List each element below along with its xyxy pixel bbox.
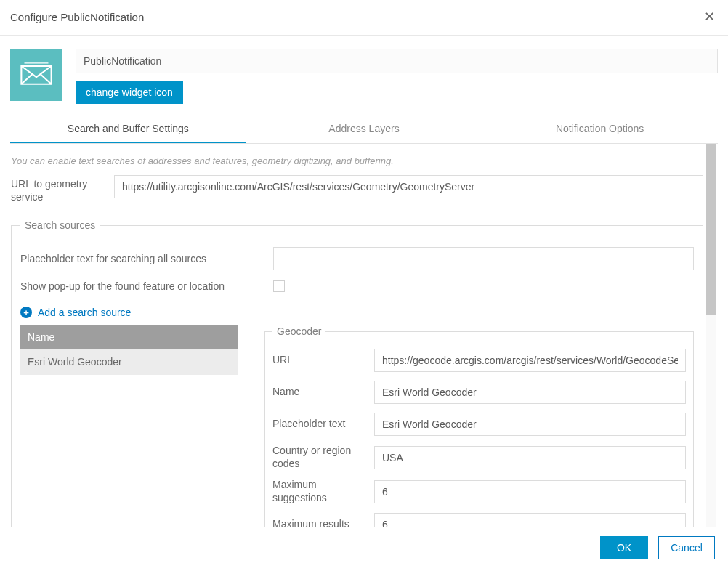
- search-sources-fieldset: Search sources Placeholder text for sear…: [11, 219, 703, 527]
- popup-row: Show pop-up for the found feature or loc…: [20, 280, 694, 292]
- geocoder-country-label: Country or region codes: [272, 445, 364, 470]
- tab-notification-options[interactable]: Notification Options: [482, 114, 718, 143]
- dialog-body: change widget icon Search and Buffer Set…: [0, 36, 728, 527]
- cancel-button[interactable]: Cancel: [658, 536, 715, 559]
- settings-content: You can enable text searches of addresse…: [10, 144, 718, 527]
- widget-header-row: change widget icon: [10, 49, 718, 104]
- source-panel: Name Esri World Geocoder Geocoder URL Na…: [20, 325, 694, 527]
- source-row-esri-world-geocoder[interactable]: Esri World Geocoder: [20, 349, 238, 375]
- geocoder-legend: Geocoder: [272, 325, 325, 337]
- widget-name-input[interactable]: [76, 49, 718, 73]
- placeholder-label: Placeholder text for searching all sourc…: [20, 253, 260, 264]
- plus-circle-icon: +: [20, 307, 32, 318]
- popup-label: Show pop-up for the found feature or loc…: [20, 280, 260, 292]
- geocoder-max-suggestions-row: Maximum suggestions: [272, 479, 686, 504]
- geocoder-max-results-label: Maximum results: [272, 518, 364, 527]
- add-search-source-label: Add a search source: [38, 307, 131, 318]
- widget-icon-tile[interactable]: [10, 49, 62, 101]
- geometry-url-input[interactable]: [114, 175, 703, 198]
- popup-checkbox[interactable]: [273, 280, 285, 292]
- geocoder-name-row: Name: [272, 381, 686, 404]
- hint-text: You can enable text searches of addresse…: [11, 155, 703, 166]
- change-widget-icon-button[interactable]: change widget icon: [76, 81, 183, 104]
- geocoder-country-row: Country or region codes: [272, 445, 686, 470]
- configure-dialog: Configure PublicNotification ✕ change wi: [0, 0, 728, 571]
- tab-search-buffer[interactable]: Search and Buffer Settings: [10, 114, 246, 143]
- geocoder-url-label: URL: [272, 354, 364, 367]
- sources-table-header: Name: [20, 325, 238, 349]
- settings-tabs: Search and Buffer Settings Address Layer…: [10, 114, 718, 144]
- search-sources-legend: Search sources: [20, 219, 100, 231]
- geocoder-max-results-input[interactable]: [374, 513, 686, 527]
- geocoder-placeholder-label: Placeholder text: [272, 418, 364, 431]
- add-search-source-link[interactable]: + Add a search source: [20, 307, 131, 318]
- geometry-url-label: URL to geometry service: [11, 175, 105, 203]
- widget-title-column: change widget icon: [76, 49, 718, 104]
- geocoder-name-input[interactable]: [374, 381, 686, 404]
- close-icon[interactable]: ✕: [700, 6, 719, 28]
- placeholder-row: Placeholder text for searching all sourc…: [20, 247, 694, 270]
- geocoder-max-results-row: Maximum results: [272, 513, 686, 527]
- geometry-url-row: URL to geometry service: [11, 175, 703, 203]
- geocoder-max-suggestions-label: Maximum suggestions: [272, 479, 364, 504]
- tab-address-layers[interactable]: Address Layers: [246, 114, 482, 143]
- placeholder-input[interactable]: [273, 247, 694, 270]
- dialog-button-bar: OK Cancel: [0, 527, 728, 571]
- ok-button[interactable]: OK: [600, 536, 648, 559]
- geocoder-url-row: URL: [272, 349, 686, 372]
- geocoder-name-label: Name: [272, 386, 364, 399]
- geocoder-max-suggestions-input[interactable]: [374, 480, 686, 503]
- sources-table: Name Esri World Geocoder: [20, 325, 238, 375]
- geocoder-placeholder-row: Placeholder text: [272, 413, 686, 436]
- geocoder-country-input[interactable]: [374, 446, 686, 469]
- geocoder-url-input[interactable]: [374, 349, 686, 372]
- settings-scroll-area: You can enable text searches of addresse…: [10, 144, 718, 527]
- dialog-titlebar: Configure PublicNotification ✕: [0, 0, 728, 36]
- geocoder-placeholder-input[interactable]: [374, 413, 686, 436]
- dialog-title: Configure PublicNotification: [10, 11, 144, 23]
- geocoder-fieldset: Geocoder URL Name Placeholder text: [264, 325, 694, 527]
- envelope-icon: [20, 61, 52, 89]
